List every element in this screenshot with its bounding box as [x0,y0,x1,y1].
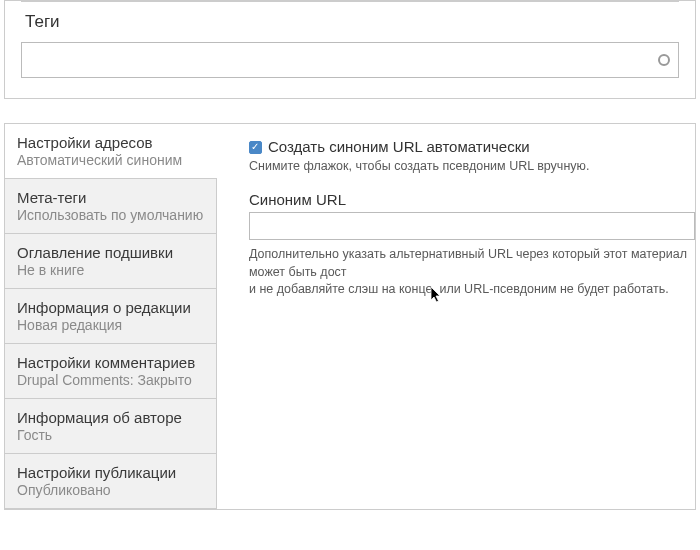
tab-title: Мета-теги [17,189,204,206]
auto-alias-row[interactable]: Создать синоним URL автоматически [249,138,695,155]
tab-summary: Опубликовано [17,482,204,498]
tab-summary: Автоматический синоним [17,152,204,168]
tab-title: Настройки адресов [17,134,204,151]
url-settings-content: Создать синоним URL автоматически Снимит… [217,124,695,509]
alias-desc-line2: и не добавляйте слэш на конце, или URL-п… [249,282,669,296]
divider [21,1,679,2]
alias-desc-line1: Дополнительно указать альтернативный URL… [249,247,687,279]
auto-alias-label: Создать синоним URL автоматически [268,138,530,155]
tab-author-info[interactable]: Информация об авторе Гость [5,399,216,454]
settings-panel: Настройки адресов Автоматический синоним… [4,123,696,510]
tags-input[interactable] [30,43,650,77]
tab-summary: Drupal Comments: Закрыто [17,372,204,388]
tab-summary: Новая редакция [17,317,204,333]
tab-title: Информация об авторе [17,409,204,426]
tab-meta-tags[interactable]: Мета-теги Использовать по умолчанию [5,179,216,234]
tab-url-settings[interactable]: Настройки адресов Автоматический синоним [5,124,216,179]
tab-summary: Использовать по умолчанию [17,207,204,223]
auto-alias-hint: Снимите флажок, чтобы создать псевдоним … [249,159,695,173]
tab-revision-info[interactable]: Информация о редакции Новая редакция [5,289,216,344]
tab-book-outline[interactable]: Оглавление подшивки Не в книге [5,234,216,289]
tags-label: Теги [25,12,679,32]
vertical-tabs: Настройки адресов Автоматический синоним… [5,124,217,509]
tab-comment-settings[interactable]: Настройки комментариев Drupal Comments: … [5,344,216,399]
tab-title: Информация о редакции [17,299,204,316]
alias-input[interactable] [249,212,695,240]
tab-title: Настройки публикации [17,464,204,481]
tab-publish-settings[interactable]: Настройки публикации Опубликовано [5,454,216,509]
alias-description: Дополнительно указать альтернативный URL… [249,246,695,299]
tab-summary: Не в книге [17,262,204,278]
tab-title: Оглавление подшивки [17,244,204,261]
auto-alias-checkbox[interactable] [249,141,262,154]
tags-section: Теги [4,0,696,99]
autocomplete-throbber-icon [658,54,670,66]
alias-field-label: Синоним URL [249,191,695,208]
tags-input-wrapper[interactable] [21,42,679,78]
tab-summary: Гость [17,427,204,443]
tab-title: Настройки комментариев [17,354,204,371]
